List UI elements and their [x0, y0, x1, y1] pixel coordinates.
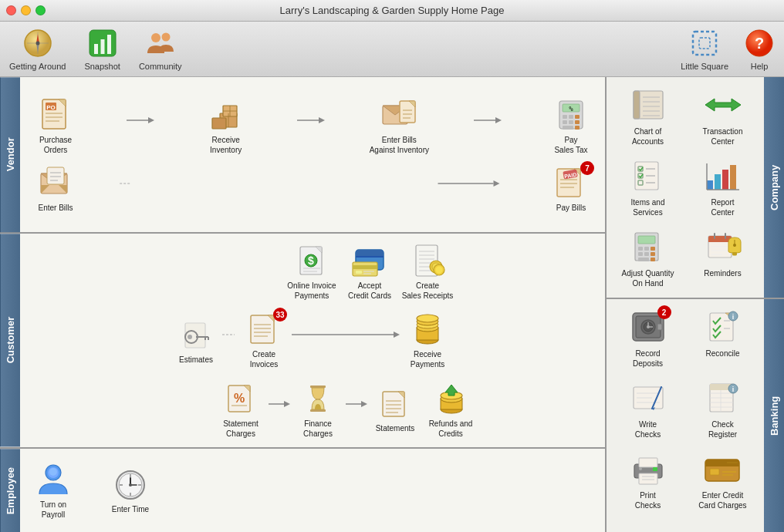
- company-section: Chart ofAccounts TransactionCenter: [607, 77, 784, 299]
- write-checks-item[interactable]: WriteChecks: [613, 376, 683, 443]
- enter-credit-card-icon: [703, 450, 743, 487]
- chart-of-accounts-icon: [628, 86, 668, 123]
- transaction-center-item[interactable]: TransactionCenter: [688, 83, 758, 150]
- receive-inventory-item[interactable]: ReceiveInventory: [198, 96, 254, 155]
- svg-marker-123: [284, 401, 290, 407]
- svg-marker-158: [705, 99, 741, 111]
- pay-bills-item[interactable]: 7 PAID: [545, 164, 597, 213]
- create-invoices-item[interactable]: 33 CreateInvoices: [236, 311, 292, 369]
- svg-marker-42: [495, 117, 502, 123]
- statement-charges-label: StatementCharges: [223, 419, 259, 439]
- people-icon: [145, 28, 176, 59]
- create-invoices-label: CreateInvoices: [250, 349, 279, 369]
- enter-credit-card-label: Enter CreditCard Charges: [698, 490, 746, 510]
- turn-on-payroll-icon: [33, 461, 73, 498]
- svg-rect-8: [100, 39, 104, 54]
- turn-on-payroll-item[interactable]: Turn onPayroll: [26, 461, 80, 520]
- snapshot-button[interactable]: Snapshot: [84, 28, 120, 71]
- statement-charges-item[interactable]: % StatementCharges: [213, 380, 269, 439]
- estimates-item[interactable]: Estimates: [170, 316, 222, 365]
- svg-rect-52: [563, 126, 573, 130]
- community-button[interactable]: Community: [139, 28, 182, 71]
- svg-rect-225: [639, 473, 657, 484]
- svg-rect-169: [730, 165, 736, 190]
- reminders-item[interactable]: Reminders: [688, 225, 758, 291]
- getting-around-button[interactable]: Getting Around: [9, 28, 66, 71]
- svg-rect-84: [363, 271, 374, 272]
- svg-rect-49: [563, 120, 567, 124]
- reconcile-item[interactable]: i Reconcile: [688, 305, 758, 372]
- purchase-orders-label: PurchaseOrders: [39, 135, 72, 155]
- svg-text:?: ?: [755, 35, 764, 52]
- employee-content: Turn onPayroll: [20, 449, 605, 532]
- pay-sales-tax-item[interactable]: %: [545, 96, 597, 155]
- company-section-label: Company: [764, 77, 784, 298]
- close-button[interactable]: [6, 5, 16, 15]
- svg-point-102: [188, 335, 192, 339]
- finance-charges-item[interactable]: FinanceCharges: [290, 380, 346, 439]
- create-sales-item[interactable]: CreateSales Receipts: [399, 242, 457, 301]
- pay-sales-tax-icon: %: [551, 96, 591, 133]
- receive-payments-item[interactable]: ReceivePayments: [400, 311, 455, 369]
- statements-icon: [375, 385, 415, 422]
- help-label: Help: [751, 62, 769, 71]
- report-center-icon: [703, 157, 743, 194]
- svg-rect-173: [638, 236, 655, 244]
- print-checks-item[interactable]: PrintChecks: [613, 447, 683, 513]
- online-invoice-item[interactable]: $ Online InvoicePayments: [283, 242, 341, 301]
- svg-point-96: [436, 267, 443, 274]
- reminders-icon: [703, 228, 743, 265]
- online-invoice-label: Online InvoicePayments: [287, 281, 336, 301]
- finance-charges-label: FinanceCharges: [303, 419, 333, 439]
- right-panel: Chart ofAccounts TransactionCenter: [607, 77, 784, 532]
- svg-rect-46: [563, 115, 567, 119]
- employee-flow: Turn onPayroll: [26, 461, 599, 520]
- pay-bills-badge: 7: [580, 161, 594, 175]
- estimates-label: Estimates: [179, 355, 213, 365]
- banking-content: 2 RecordDeposits: [607, 299, 764, 532]
- main-container: Vendor: [0, 77, 784, 532]
- window-controls[interactable]: [6, 5, 46, 15]
- help-button[interactable]: ? Help: [744, 28, 775, 71]
- enter-bills-inventory-label: Enter BillsAgainst Inventory: [370, 135, 429, 155]
- refunds-credits-item[interactable]: Refunds andCredits: [423, 380, 478, 439]
- vendor-flow: PO PurchaseOrders: [28, 96, 597, 213]
- maximize-button[interactable]: [35, 5, 46, 15]
- statements-item[interactable]: Statements: [367, 385, 423, 433]
- enter-bills-inventory-item[interactable]: Enter BillsAgainst Inventory: [368, 96, 430, 155]
- svg-text:%: %: [569, 105, 573, 113]
- svg-rect-80: [356, 256, 384, 258]
- svg-point-11: [161, 32, 170, 41]
- enter-bills-item[interactable]: Enter Bills: [28, 164, 83, 213]
- pay-bills-icon: 7 PAID: [551, 164, 591, 201]
- enter-credit-card-item[interactable]: Enter CreditCard Charges: [688, 447, 758, 513]
- svg-rect-27: [212, 118, 226, 129]
- toolbar-right: Little Square ? Help: [681, 28, 775, 71]
- purchase-orders-item[interactable]: PO PurchaseOrders: [28, 96, 83, 155]
- svg-rect-85: [363, 273, 371, 274]
- help-icon: ?: [744, 28, 775, 59]
- chart-of-accounts-item[interactable]: Chart ofAccounts: [613, 83, 683, 150]
- accept-credit-icon: [350, 242, 390, 279]
- svg-rect-13: [699, 38, 710, 49]
- check-register-item[interactable]: i CheckRegister: [688, 376, 758, 443]
- little-square-button[interactable]: Little Square: [681, 28, 728, 71]
- refunds-credits-label: Refunds andCredits: [429, 419, 473, 439]
- enter-bills-label: Enter Bills: [38, 203, 73, 213]
- record-deposits-item[interactable]: 2 RecordDeposits: [613, 305, 683, 372]
- svg-rect-180: [638, 258, 649, 261]
- report-center-item[interactable]: ReportCenter: [688, 154, 758, 221]
- minimize-button[interactable]: [21, 5, 31, 15]
- svg-rect-83: [356, 271, 362, 274]
- refunds-credits-icon: [431, 380, 471, 417]
- svg-text:PO: PO: [46, 104, 56, 111]
- enter-time-item[interactable]: Enter Time: [103, 466, 157, 514]
- svg-rect-184: [708, 241, 732, 242]
- adjust-quantity-item[interactable]: Adjust QuantityOn Hand: [613, 225, 683, 291]
- accept-credit-item[interactable]: AcceptCredit Cards: [341, 242, 399, 301]
- vendor-label: Vendor: [0, 77, 20, 232]
- svg-point-141: [49, 468, 57, 476]
- items-services-item[interactable]: Items andServices: [613, 154, 683, 221]
- svg-rect-152: [634, 91, 640, 119]
- svg-rect-177: [638, 252, 643, 256]
